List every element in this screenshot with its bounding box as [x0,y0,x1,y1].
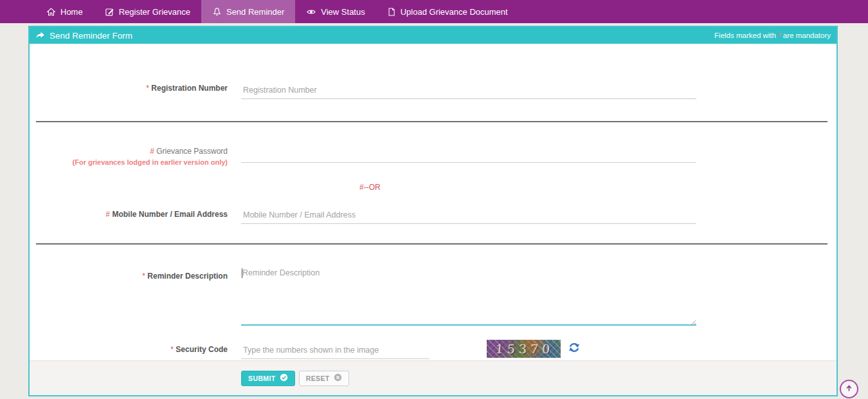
form-footer: SUBMIT RESET [30,360,836,395]
mobile-email-label: # Mobile Number / Email Address [30,207,228,224]
captcha-refresh-button[interactable] [568,342,580,356]
nav-item-label: View Status [321,7,365,17]
reset-button[interactable]: RESET [299,371,349,386]
grievance-password-label: # Grievance Password (For grievances lod… [30,147,228,166]
grievance-password-input[interactable] [241,149,696,163]
security-code-label: * Security Code [30,342,228,359]
registration-number-label: * Registration Number [30,84,228,99]
nav-item-upload-grievance-document[interactable]: Upload Grievance Document [376,0,519,23]
grievance-password-row: # Grievance Password (For grievances lod… [30,147,836,166]
up-arrow-icon [845,384,853,395]
top-navbar: Home Register Grievance Send Reminder Vi… [0,0,868,23]
nav-item-view-status[interactable]: View Status [295,0,375,23]
required-mark: * [146,84,149,93]
nav-item-label: Send Reminder [226,7,284,17]
section-divider [36,121,827,122]
panel-title: Send Reminder Form [35,30,132,41]
nav-item-send-reminder[interactable]: Send Reminder [201,0,295,23]
form-content: * Registration Number # Grievance Passwo… [30,44,836,360]
reminder-description-label: * Reminder Description [30,266,228,328]
register-grievance-icon [105,7,114,17]
required-mark: * [142,272,145,281]
text-caret [242,268,242,278]
nav-item-home[interactable]: Home [35,0,94,23]
mobile-email-input[interactable] [241,210,696,224]
nav-item-label: Register Grievance [119,7,190,17]
scroll-to-top-button[interactable] [840,380,858,398]
reminder-description-row: * Reminder Description [30,266,836,328]
check-circle-icon [280,373,288,383]
registration-number-row: * Registration Number [30,84,836,99]
reminder-description-textarea[interactable] [241,266,696,326]
nav-item-register-grievance[interactable]: Register Grievance [94,0,201,23]
panel-header: Send Reminder Form Fields marked with * … [30,27,836,44]
required-mark: # [150,147,154,156]
captcha-image: 15370 [487,340,561,358]
security-code-input[interactable] [241,346,429,359]
bell-icon [212,7,222,17]
required-mark: # [105,210,110,219]
document-icon [387,7,396,17]
submit-button[interactable]: SUBMIT [241,371,295,386]
captcha-digits: 15370 [493,342,554,356]
required-mark: * [170,345,174,354]
x-circle-icon [334,373,342,383]
home-icon [46,7,56,17]
nav-item-label: Home [60,7,83,17]
send-reminder-panel: Send Reminder Form Fields marked with * … [28,26,838,396]
refresh-icon [568,344,580,355]
or-separator: #--OR [359,183,381,192]
forward-arrow-icon [35,30,45,41]
nav-item-label: Upload Grievance Document [401,7,508,17]
mobile-email-row: # Mobile Number / Email Address [30,207,836,224]
registration-number-input[interactable] [241,86,696,99]
mandatory-note: Fields marked with * are mandatory [714,32,831,39]
grievance-password-note: (For grievances lodged in earlier versio… [30,158,228,166]
security-code-row: * Security Code [30,342,836,359]
eye-icon [306,7,316,17]
section-divider [36,243,827,245]
